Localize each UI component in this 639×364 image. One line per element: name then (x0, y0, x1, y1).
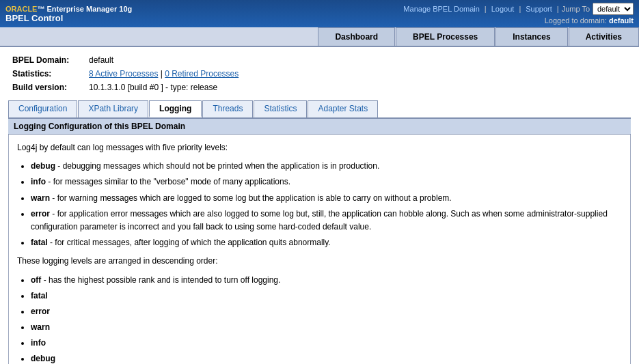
header-right: Manage BPEL Domain | Logout | Support | … (401, 3, 634, 25)
oracle-logo: ORACLE™ Enterprise Manager 10g (5, 5, 132, 13)
content: BPEL Domain: default Statistics: 8 Activ… (0, 47, 639, 364)
order-warn: warn (31, 322, 50, 332)
list-item: fatal (31, 290, 622, 303)
domain-value: default (86, 54, 241, 66)
header-left: ORACLE™ Enterprise Manager 10g BPEL Cont… (5, 5, 132, 23)
list-item: fatal - for critical messages, after log… (31, 236, 622, 249)
sub-header-text: Logging Configuration of this BPEL Domai… (14, 122, 185, 131)
level-debug: debug (31, 161, 55, 171)
order-info: info (31, 338, 46, 348)
statistics-links: 8 Active Processes | 0 Retired Processes (86, 68, 241, 80)
level-fatal: fatal (31, 238, 48, 247)
list-item: debug (31, 352, 622, 364)
tab-activities[interactable]: Activities (569, 27, 639, 46)
list-item: debug - debugging messages which should … (31, 160, 622, 173)
logout-link[interactable]: Logout (491, 5, 515, 13)
subtab-xpath-library[interactable]: XPath Library (78, 100, 148, 117)
list-item: error - for application error messages w… (31, 208, 622, 234)
app-title: BPEL Control (5, 13, 132, 23)
tab-instances[interactable]: Instances (495, 27, 567, 46)
build-value: 10.1.3.1.0 [build #0 ] - type: release (86, 81, 241, 94)
nav-tabs: Dashboard BPEL Processes Instances Activ… (0, 27, 639, 47)
order-off: off (31, 275, 41, 285)
build-label: Build version: (10, 81, 85, 94)
product-label: Enterprise Manager 10g (47, 5, 133, 13)
list-item: error (31, 305, 622, 318)
retired-processes-link[interactable]: 0 Retired Processes (165, 69, 239, 79)
intro-text: Log4j by default can log messages with f… (17, 141, 622, 154)
sub-header-bar: Logging Configuration of this BPEL Domai… (8, 119, 631, 135)
sub-tabs: Configuration XPath Library Logging Thre… (8, 100, 631, 119)
list-item: info (31, 337, 622, 350)
statistics-label: Statistics: (10, 68, 85, 80)
priority-levels-list: debug - debugging messages which should … (31, 160, 622, 249)
list-item: warn (31, 321, 622, 334)
active-processes-link[interactable]: 8 Active Processes (89, 69, 158, 79)
level-warn: warn (31, 193, 50, 203)
subtab-statistics[interactable]: Statistics (254, 100, 307, 117)
jump-to-row: Manage BPEL Domain | Logout | Support | … (401, 3, 634, 15)
header: ORACLE™ Enterprise Manager 10g BPEL Cont… (0, 0, 639, 27)
jump-to-select[interactable]: default (593, 3, 634, 15)
subtab-logging[interactable]: Logging (149, 100, 202, 117)
logged-in-text: Logged to domain: default (401, 16, 634, 25)
subtab-threads[interactable]: Threads (202, 100, 253, 117)
level-error: error (31, 209, 50, 219)
tab-bpel-processes[interactable]: BPEL Processes (396, 27, 495, 46)
info-table: BPEL Domain: default Statistics: 8 Activ… (8, 53, 243, 95)
subtab-adapter-stats[interactable]: Adapter Stats (308, 100, 378, 117)
domain-name: default (609, 16, 634, 25)
order-levels-list: off - has the highest possible rank and … (31, 274, 622, 365)
oracle-text: ORACLE (5, 5, 37, 13)
tab-dashboard[interactable]: Dashboard (318, 27, 395, 46)
arranged-text: These logging levels are arranged in des… (17, 255, 622, 268)
main-content: Log4j by default can log messages with f… (8, 135, 631, 364)
support-link[interactable]: Support (526, 5, 552, 13)
order-debug: debug (31, 354, 55, 363)
order-error: error (31, 307, 50, 316)
list-item: warn - for warning messages which are lo… (31, 192, 622, 205)
level-info: info (31, 177, 46, 186)
manage-bpel-link[interactable]: Manage BPEL Domain (403, 5, 480, 13)
jump-to-label: Jump To (562, 5, 590, 13)
domain-label: BPEL Domain: (10, 54, 85, 66)
list-item: info - for messages similar to the "verb… (31, 176, 622, 188)
subtab-configuration[interactable]: Configuration (8, 100, 77, 117)
order-fatal: fatal (31, 291, 48, 300)
list-item: off - has the highest possible rank and … (31, 274, 622, 287)
